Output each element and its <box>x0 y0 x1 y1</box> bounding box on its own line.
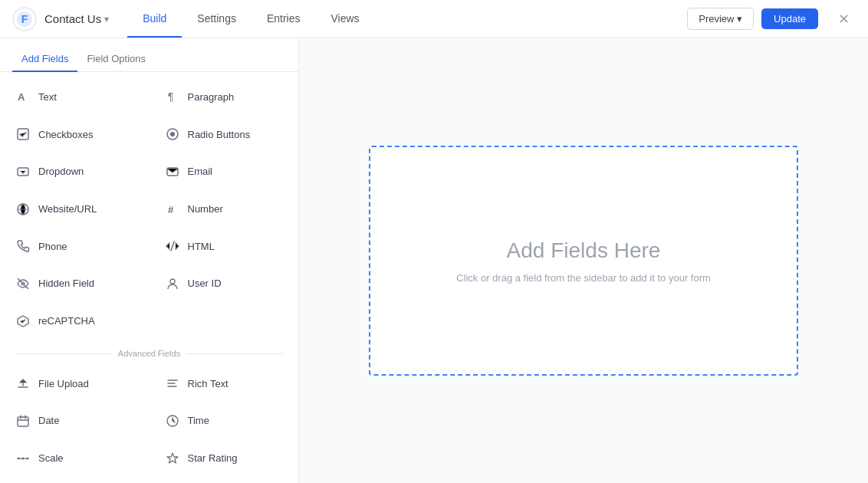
tab-field-options[interactable]: Field Options <box>77 47 155 72</box>
main-content: Add Fields Field Options A Text ¶ Paragr… <box>0 38 868 483</box>
advanced-fields-header: Advanced Fields <box>0 340 298 365</box>
svg-text:¶: ¶ <box>168 90 174 103</box>
recaptcha-icon <box>15 314 31 329</box>
field-html[interactable]: HTML <box>150 228 299 265</box>
canvas-area: Add Fields Here Click or drag a field fr… <box>299 38 868 483</box>
field-email[interactable]: Email <box>150 153 299 190</box>
field-date[interactable]: Date <box>0 402 150 440</box>
top-bar: F Contact Us ▾ Build Settings Entries Vi… <box>0 0 868 38</box>
preview-button[interactable]: Preview ▾ <box>687 8 754 30</box>
field-number[interactable]: # Number <box>150 190 299 228</box>
svg-rect-12 <box>18 417 28 426</box>
drop-zone-subtitle: Click or drag a field from the sidebar t… <box>456 272 711 284</box>
number-icon: # <box>165 202 180 217</box>
field-dropdown[interactable]: Dropdown <box>0 153 150 190</box>
field-rich-text[interactable]: Rich Text <box>150 365 299 402</box>
field-hidden-field[interactable]: Hidden Field <box>0 265 150 303</box>
field-time[interactable]: Time <box>150 402 299 440</box>
tab-add-fields[interactable]: Add Fields <box>12 47 77 72</box>
svg-text:A: A <box>18 91 25 103</box>
scale-icon <box>15 451 31 466</box>
svg-point-7 <box>170 132 175 136</box>
hidden-field-icon <box>15 276 31 291</box>
field-recaptcha[interactable]: reCAPTCHA <box>0 302 150 340</box>
field-website-url[interactable]: Website/URL <box>0 190 150 228</box>
field-text[interactable]: A Text <box>0 78 150 116</box>
svg-point-11 <box>170 279 175 284</box>
nav-tab-views[interactable]: Views <box>316 0 375 38</box>
field-user-id[interactable]: User ID <box>150 265 299 303</box>
time-icon <box>165 413 180 429</box>
app-title[interactable]: Contact Us ▾ <box>44 12 109 25</box>
html-icon <box>165 238 180 254</box>
nav-tab-settings[interactable]: Settings <box>182 0 252 38</box>
title-chevron-icon: ▾ <box>104 14 109 25</box>
dropdown-icon <box>15 164 31 179</box>
user-id-icon <box>165 276 180 291</box>
nav-tab-build[interactable]: Build <box>127 0 182 38</box>
star-rating-icon <box>165 451 180 466</box>
top-bar-actions: Preview ▾ Update ✕ <box>687 8 856 31</box>
date-icon <box>15 413 31 429</box>
app-logo-icon: F <box>12 7 37 31</box>
field-paragraph[interactable]: ¶ Paragraph <box>150 78 299 116</box>
email-icon <box>165 164 180 179</box>
svg-text:#: # <box>168 204 174 215</box>
close-button[interactable]: ✕ <box>832 8 856 31</box>
update-button[interactable]: Update <box>761 8 818 29</box>
radio-buttons-icon <box>165 127 180 142</box>
checkboxes-icon <box>15 127 31 142</box>
file-upload-icon <box>15 376 31 391</box>
main-nav: Build Settings Entries Views <box>127 0 687 38</box>
text-icon: A <box>15 89 31 104</box>
field-phone[interactable]: Phone <box>0 228 150 265</box>
field-star-rating[interactable]: Star Rating <box>150 439 299 477</box>
drop-zone-title: Add Fields Here <box>507 238 661 263</box>
field-radio-buttons[interactable]: Radio Buttons <box>150 116 299 153</box>
svg-text:F: F <box>21 13 28 25</box>
paragraph-icon: ¶ <box>165 89 180 104</box>
sidebar: Add Fields Field Options A Text ¶ Paragr… <box>0 38 299 483</box>
nav-tab-entries[interactable]: Entries <box>252 0 316 38</box>
website-url-icon <box>15 202 31 217</box>
sidebar-tabs: Add Fields Field Options <box>0 38 298 72</box>
drop-zone[interactable]: Add Fields Here Click or drag a field fr… <box>369 146 798 376</box>
phone-icon <box>15 238 31 254</box>
field-checkboxes[interactable]: Checkboxes <box>0 116 150 153</box>
field-file-upload[interactable]: File Upload <box>0 365 150 402</box>
rich-text-icon <box>165 376 180 391</box>
field-scale[interactable]: Scale <box>0 439 150 477</box>
fields-grid: A Text ¶ Paragraph Checkboxes <box>0 72 298 483</box>
